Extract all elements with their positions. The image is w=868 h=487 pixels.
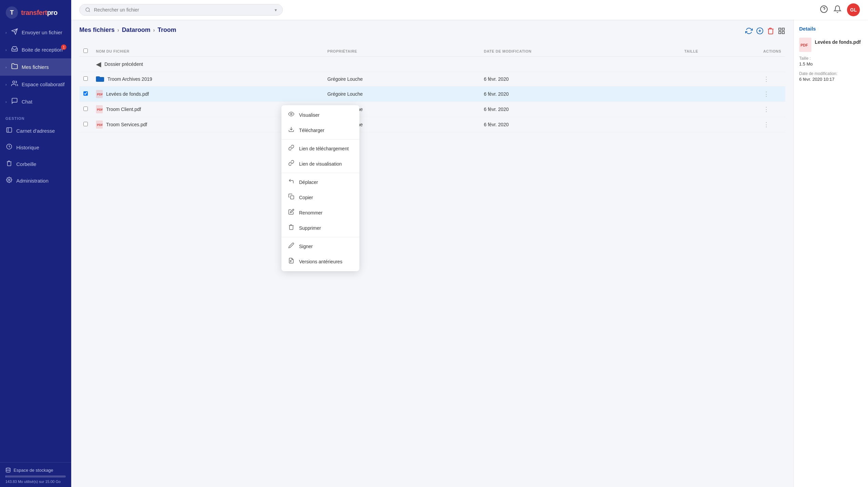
row-date-1: 6 févr. 2020 [480, 72, 680, 87]
folder-icon [96, 76, 104, 82]
svg-point-28 [291, 113, 292, 115]
ctx-item-lien-visualisation[interactable]: Lien de visualisation [281, 156, 359, 171]
help-icon[interactable] [820, 5, 828, 15]
lien-visu-icon [288, 160, 295, 168]
svg-rect-18 [782, 31, 784, 33]
deplacer-icon [288, 178, 295, 186]
row-menu-1[interactable]: ⋮ [763, 76, 769, 82]
sidebar-item-corbeille[interactable]: Corbeille [0, 156, 71, 172]
ctx-label-supprimer: Supprimer [299, 225, 321, 231]
content-area: Mes fichiers › Dataroom › Troom [71, 20, 868, 487]
sidebar-item-label-administration: Administration [16, 178, 48, 184]
select-all-checkbox[interactable] [83, 49, 88, 53]
row-name-1[interactable]: Troom Archives 2019 [92, 72, 323, 87]
svg-rect-4 [7, 128, 12, 132]
chevron-icon: › [5, 48, 7, 52]
row-checkbox-1[interactable] [83, 76, 88, 81]
ctx-item-renommer[interactable]: Renommer [281, 205, 359, 220]
sidebar-item-mes-fichiers[interactable]: › Mes fichiers [0, 58, 71, 76]
row-name-2[interactable]: PDF Levées de fonds.pdf [92, 87, 323, 102]
row-size-1 [680, 72, 759, 87]
breadcrumb-sep-1: › [117, 27, 119, 33]
storage-label: Espace de stockage [5, 467, 66, 473]
row-checkbox-3[interactable] [83, 107, 88, 111]
row-check-4 [79, 117, 92, 132]
sidebar-item-carnet[interactable]: Carnet d'adresse [0, 123, 71, 139]
row-checkbox-4[interactable] [83, 122, 88, 126]
svg-rect-17 [782, 28, 784, 30]
row-owner-2: Grégoire Louche [323, 87, 480, 102]
breadcrumb-troom: Troom [158, 26, 176, 34]
topbar-right: GL [820, 3, 860, 16]
search-box[interactable]: ▾ [79, 4, 283, 16]
badge-boite: 1 [61, 44, 66, 50]
row-actions-2: ⋮ [759, 87, 785, 102]
table-row: PDF Levées de fonds.pdf Grégoire Louche … [79, 87, 785, 102]
delete-button[interactable] [767, 27, 774, 37]
breadcrumb-dataroom[interactable]: Dataroom [122, 26, 150, 34]
row-date-2: 6 févr. 2020 [480, 87, 680, 102]
storage-icon [5, 467, 11, 473]
storage-section: Espace de stockage 143.83 Mo utilisé(s) … [0, 462, 71, 487]
row-menu-3[interactable]: ⋮ [763, 106, 769, 113]
chevron-icon: › [5, 82, 7, 87]
row-size-2 [680, 87, 759, 102]
svg-rect-30 [291, 196, 294, 199]
chevron-icon: › [5, 31, 7, 35]
renommer-icon [288, 209, 295, 217]
detail-size-value: 1.5 Mo [799, 61, 863, 67]
row-checkbox-2[interactable] [83, 91, 88, 96]
ctx-label-versions: Versions antérieures [299, 259, 342, 264]
notifications-icon[interactable] [833, 5, 842, 15]
ctx-item-deplacer[interactable]: Déplacer [281, 174, 359, 190]
sidebar-item-envoyer[interactable]: › Envoyer un fichier [0, 24, 71, 41]
ctx-item-supprimer[interactable]: Supprimer [281, 220, 359, 236]
sidebar-item-espace-collab[interactable]: › Espace collaboratif [0, 76, 71, 93]
svg-rect-16 [779, 28, 781, 30]
table-row: PDF Troom Client.pdf Grégoire Louche 6 f… [79, 102, 785, 117]
search-input[interactable] [94, 7, 271, 13]
ctx-label-signer: Signer [299, 244, 313, 249]
file-area: Mes fichiers › Dataroom › Troom [71, 20, 793, 487]
gestion-section-label: GESTION [0, 110, 71, 123]
row-name-prev[interactable]: ◀ Dossier précédent [92, 57, 323, 72]
telecharger-icon [288, 126, 295, 134]
table-header-size: TAILLE [680, 46, 759, 57]
send-icon [11, 28, 18, 37]
svg-rect-19 [779, 31, 781, 33]
ctx-item-copier[interactable]: Copier [281, 190, 359, 205]
svg-point-3 [13, 81, 15, 83]
svg-point-9 [86, 8, 90, 12]
ctx-item-lien-telechargement[interactable]: Lien de téléchargement [281, 141, 359, 156]
prev-folder-label: Dossier précédent [104, 61, 143, 67]
signer-icon [288, 242, 295, 250]
add-button[interactable] [756, 27, 764, 37]
table-header-date: DATE DE MODIFICATION [480, 46, 680, 57]
ctx-item-versions[interactable]: Versions antérieures [281, 254, 359, 269]
visualiser-icon [288, 111, 295, 119]
group-icon [11, 80, 18, 89]
row-size-4 [680, 117, 759, 132]
sidebar-item-chat[interactable]: › Chat [0, 93, 71, 110]
row-menu-4[interactable]: ⋮ [763, 121, 769, 128]
table-header-owner: PROPRIÉTAIRE [323, 46, 480, 57]
ctx-label-renommer: Renommer [299, 210, 322, 216]
search-dropdown-icon[interactable]: ▾ [275, 7, 277, 13]
sidebar-item-boite[interactable]: › Boite de reception 1 [0, 41, 71, 58]
sidebar-item-historique[interactable]: Historique [0, 139, 71, 156]
row-menu-2[interactable]: ⋮ [763, 91, 769, 97]
ctx-item-visualiser[interactable]: Visualiser [281, 107, 359, 123]
detail-file-icon: PDF [799, 38, 811, 52]
corbeille-icon [5, 160, 13, 168]
sidebar-item-administration[interactable]: Administration [0, 172, 71, 189]
sidebar-item-label-chat: Chat [22, 99, 33, 105]
row-actions-4: ⋮ [759, 117, 785, 132]
sync-button[interactable] [745, 27, 753, 37]
view-toggle-button[interactable] [778, 27, 785, 37]
ctx-item-signer[interactable]: Signer [281, 239, 359, 254]
breadcrumb-mes-fichiers[interactable]: Mes fichiers [79, 26, 115, 34]
row-actions-prev [759, 57, 785, 72]
ctx-item-telecharger[interactable]: Télécharger [281, 123, 359, 138]
sidebar-item-label-espace-collab: Espace collaboratif [22, 81, 65, 87]
avatar[interactable]: GL [847, 3, 860, 16]
